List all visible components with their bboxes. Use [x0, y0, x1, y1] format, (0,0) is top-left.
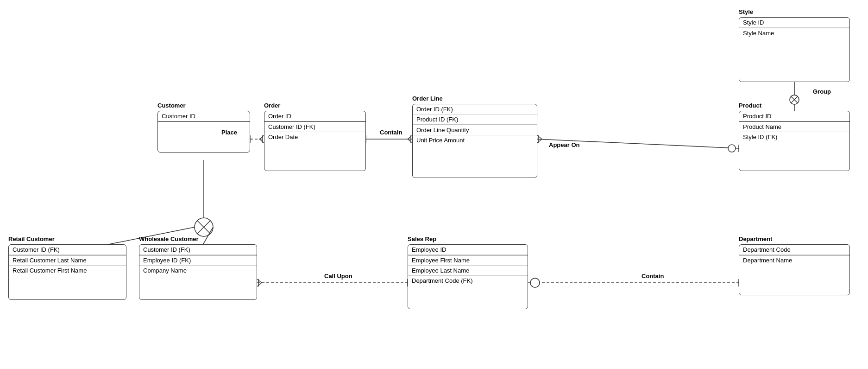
- customer-attr-pk: Customer ID: [158, 111, 250, 121]
- style-attr-name: Style Name: [739, 28, 849, 38]
- product-attr-name: Product Name: [739, 122, 849, 132]
- entity-retail-title: Retail Customer: [8, 235, 126, 242]
- relationship-lines: [0, 0, 868, 369]
- rc-attr-last: Retail Customer Last Name: [9, 255, 126, 266]
- svg-point-23: [728, 145, 736, 152]
- svg-line-15: [408, 135, 412, 139]
- product-attr-pk: Product ID: [739, 111, 849, 121]
- entity-sales-rep-title: Sales Rep: [408, 235, 528, 242]
- order-attr-date: Order Date: [264, 132, 365, 142]
- rel-contain-order: Contain: [380, 129, 402, 136]
- sr-attr-first: Employee First Name: [408, 255, 528, 266]
- svg-line-10: [259, 135, 264, 139]
- entity-wholesale-title: Wholesale Customer: [139, 235, 257, 242]
- dept-attr-pk: Department Code: [739, 245, 849, 255]
- svg-line-27: [197, 221, 210, 234]
- wc-attr-pk: Customer ID (FK): [139, 245, 257, 255]
- entity-order-line: Order Line Order ID (FK) Product ID (FK)…: [412, 95, 537, 178]
- ol-attr-pk1: Order ID (FK): [413, 104, 537, 115]
- svg-line-19: [537, 135, 542, 139]
- entity-order: Order Order ID Customer ID (FK) Order Da…: [264, 102, 366, 171]
- wc-attr-emp: Employee ID (FK): [139, 255, 257, 266]
- er-diagram: Style Style ID Style Name Product Produc…: [0, 0, 868, 369]
- entity-department: Department Department Code Department Na…: [739, 235, 850, 295]
- dept-attr-name: Department Name: [739, 255, 849, 265]
- ol-attr-pk2: Product ID (FK): [413, 115, 537, 125]
- order-attr-fk: Customer ID (FK): [264, 122, 365, 132]
- entity-product-title: Product: [739, 102, 850, 109]
- entity-sales-rep: Sales Rep Employee ID Employee First Nam…: [408, 235, 528, 309]
- entity-retail-customer: Retail Customer Customer ID (FK) Retail …: [8, 235, 126, 300]
- svg-line-16: [408, 139, 412, 143]
- style-attr-pk: Style ID: [739, 18, 849, 28]
- sr-attr-dept: Department Code (FK): [408, 276, 528, 286]
- rel-call-upon: Call Upon: [324, 273, 352, 280]
- wc-attr-company: Company Name: [139, 266, 257, 275]
- entity-customer: Customer Customer ID: [157, 102, 250, 153]
- svg-line-35: [257, 279, 262, 283]
- entity-order-title: Order: [264, 102, 366, 109]
- entity-department-title: Department: [739, 235, 850, 242]
- rel-place: Place: [221, 129, 237, 136]
- svg-line-20: [537, 139, 542, 143]
- entity-style-title: Style: [739, 8, 850, 15]
- ol-attr-qty: Order Line Quantity: [413, 125, 537, 135]
- sr-attr-last: Employee Last Name: [408, 266, 528, 276]
- entity-product: Product Product ID Product Name Style ID…: [739, 102, 850, 171]
- entity-style: Style Style ID Style Name: [739, 8, 850, 82]
- entity-customer-title: Customer: [157, 102, 250, 109]
- rel-contain-dept: Contain: [642, 273, 664, 280]
- product-attr-fk: Style ID (FK): [739, 132, 849, 142]
- entity-wholesale-customer: Wholesale Customer Customer ID (FK) Empl…: [139, 235, 257, 300]
- svg-line-26: [197, 221, 210, 234]
- ol-attr-price: Unit Price Amount: [413, 135, 537, 145]
- svg-point-40: [530, 278, 540, 287]
- entity-order-line-title: Order Line: [412, 95, 537, 102]
- order-attr-pk: Order ID: [264, 111, 365, 121]
- rel-appear-on: Appear On: [549, 141, 579, 148]
- svg-line-36: [257, 283, 262, 286]
- svg-line-11: [259, 139, 264, 143]
- rc-attr-pk: Customer ID (FK): [9, 245, 126, 255]
- rel-group: Group: [813, 88, 831, 95]
- svg-point-25: [195, 218, 213, 236]
- sr-attr-pk: Employee ID: [408, 245, 528, 255]
- rc-attr-first: Retail Customer First Name: [9, 266, 126, 275]
